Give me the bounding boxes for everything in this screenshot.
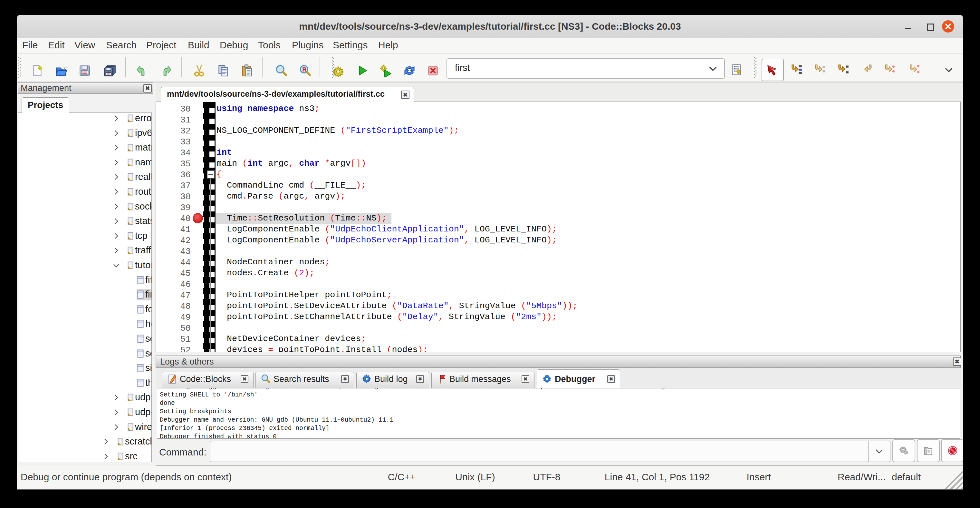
svg-text:R: R [302,66,307,73]
